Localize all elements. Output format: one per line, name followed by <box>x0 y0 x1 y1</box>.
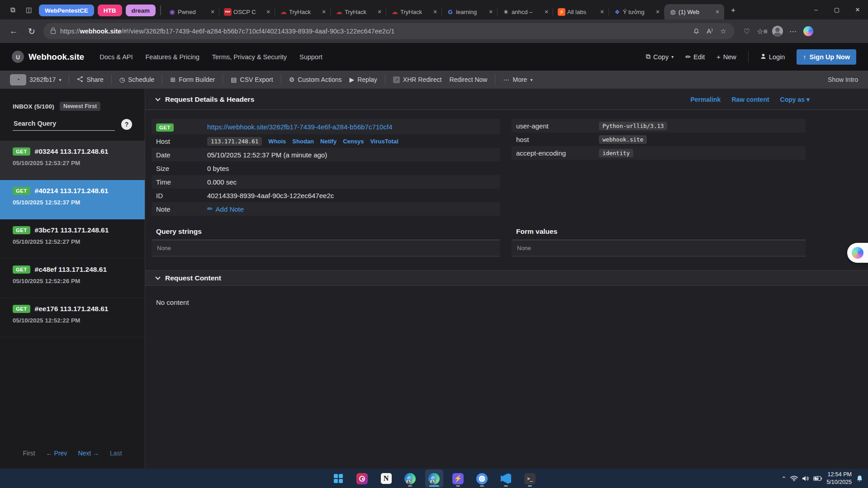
request-list-item[interactable]: GET #ee176 113.171.248.61 05/10/2025 12:… <box>0 298 145 337</box>
window-close-button[interactable]: ✕ <box>847 0 868 19</box>
tab-group-htb[interactable]: HTB <box>98 5 122 16</box>
tab-learning[interactable]: G learning ✕ <box>442 4 498 19</box>
xhr-redirect-button[interactable]: ↗XHR Redirect <box>393 76 442 83</box>
request-url-link[interactable]: https://webhook.site/3262fb17-7439-4e6f-… <box>207 123 392 131</box>
tab-close-icon[interactable]: ✕ <box>264 8 272 16</box>
request-list-item-selected[interactable]: GET #40214 113.171.248.61 05/10/2025 12:… <box>0 180 145 219</box>
custom-actions-button[interactable]: ⚙Custom Actions <box>289 76 342 83</box>
tab-tryhackme-1[interactable]: ☁ TryHack ✕ <box>275 4 331 19</box>
shodan-link[interactable]: Shodan <box>292 138 314 145</box>
nav-terms-privacy[interactable]: Terms, Privacy & Security <box>212 53 287 61</box>
tab-close-icon[interactable]: ✕ <box>713 8 721 16</box>
copy-as-dropdown[interactable]: Copy as ▾ <box>780 96 810 103</box>
workspaces-icon[interactable]: ⧉ <box>6 2 19 18</box>
collections-icon[interactable]: ☆≡ <box>754 24 770 39</box>
tab-y-tuong[interactable]: ❖ Ý tưởng ✕ <box>609 4 664 19</box>
tab-close-icon[interactable]: ✕ <box>542 8 550 16</box>
tab-close-icon[interactable]: ✕ <box>654 8 662 16</box>
whois-link[interactable]: Whois <box>268 138 286 145</box>
tab-close-icon[interactable]: ✕ <box>209 8 217 16</box>
copy-button[interactable]: ⧉Copy▾ <box>646 53 674 61</box>
sort-order-chip[interactable]: Newest First <box>60 102 100 111</box>
netify-link[interactable]: Netify <box>320 138 337 145</box>
nav-docs-api[interactable]: Docs & API <box>100 53 133 61</box>
taskbar-clock[interactable]: 12:54 PM 5/10/2025 <box>826 471 852 486</box>
raw-content-link[interactable]: Raw content <box>731 96 769 103</box>
tab-close-icon[interactable]: ✕ <box>431 8 439 16</box>
tab-close-icon[interactable]: ✕ <box>375 8 384 16</box>
nav-support[interactable]: Support <box>299 53 323 61</box>
pagination-last[interactable]: Last <box>110 450 122 457</box>
tab-tryhackme-2[interactable]: ☁ TryHack ✕ <box>331 4 386 19</box>
nav-features-pricing[interactable]: Features & Pricing <box>146 53 199 61</box>
taskbar-edge-profile-2-active[interactable] <box>425 469 443 488</box>
notification-bell-icon[interactable] <box>689 24 703 38</box>
settings-ellipsis-icon[interactable]: ⋯ <box>785 24 801 39</box>
tab-all-labs[interactable]: ⚡ All labs ✕ <box>553 4 609 19</box>
start-button[interactable] <box>329 469 347 488</box>
taskbar-offsec-app[interactable] <box>353 469 371 488</box>
add-note-link[interactable]: ✏Add Note <box>207 205 244 213</box>
window-maximize-button[interactable]: ▢ <box>826 0 847 19</box>
tab-pwned[interactable]: ◉ Pwned ✕ <box>164 4 219 19</box>
schedule-button[interactable]: ◷Schedule <box>119 76 155 83</box>
profile-avatar[interactable] <box>770 24 785 39</box>
pagination-next[interactable]: Next → <box>78 450 99 457</box>
censys-link[interactable]: Censys <box>343 138 364 145</box>
tab-close-icon[interactable]: ✕ <box>598 8 606 16</box>
copilot-icon[interactable] <box>801 24 816 39</box>
virustotal-link[interactable]: VirusTotal <box>370 138 398 145</box>
site-brand[interactable]: ∪ Webhook.site <box>12 51 84 63</box>
request-list-item[interactable]: GET #c48ef 113.171.248.61 05/10/2025 12:… <box>0 259 145 298</box>
url-input[interactable]: https://webhook.site/#!/view/3262fb17-74… <box>43 23 735 39</box>
back-icon[interactable]: ← <box>6 24 21 39</box>
pagination-prev[interactable]: ← Prev <box>46 450 67 457</box>
tab-group-dream[interactable]: dream <box>126 5 156 16</box>
wifi-icon[interactable] <box>790 475 798 482</box>
replay-button[interactable]: ▶Replay <box>349 76 377 83</box>
tab-actions-icon[interactable]: ◫ <box>22 2 36 18</box>
copilot-sidebar-launcher[interactable] <box>847 243 868 263</box>
taskbar-terminal-app[interactable]: >_ <box>521 469 539 488</box>
search-query-input[interactable] <box>13 118 115 131</box>
tab-anhcd[interactable]: ✳ anhcd – ✕ <box>498 4 553 19</box>
csv-export-button[interactable]: ▤CSV Export <box>231 76 273 83</box>
tab-close-icon[interactable]: ✕ <box>320 8 328 16</box>
token-dropdown[interactable]: ◔ 3262fb17▾ <box>10 74 61 85</box>
browser-essentials-icon[interactable]: ♡ <box>739 24 754 39</box>
login-button[interactable]: Login <box>760 53 785 61</box>
redirect-now-button[interactable]: Redirect Now <box>449 76 487 83</box>
tab-close-icon[interactable]: ✕ <box>487 8 495 16</box>
show-intro-link[interactable]: Show Intro <box>828 76 858 83</box>
share-button[interactable]: Share <box>77 76 103 84</box>
request-list-item[interactable]: GET #3bc71 113.171.248.61 05/10/2025 12:… <box>0 219 145 259</box>
details-section-header[interactable]: Request Details & Headers Permalink Raw … <box>145 89 868 110</box>
battery-icon[interactable] <box>813 476 822 481</box>
form-builder-button[interactable]: ⊞Form Builder <box>170 76 215 83</box>
tray-chevron-up-icon[interactable]: ⌃ <box>781 475 786 482</box>
taskbar-edge-profile-1[interactable] <box>401 469 419 488</box>
taskbar-notion-app[interactable]: N <box>377 469 395 488</box>
new-tab-button[interactable]: + <box>727 4 740 17</box>
more-dropdown[interactable]: ⋯More▾ <box>503 76 532 83</box>
window-minimize-button[interactable]: – <box>806 0 826 19</box>
pagination-first[interactable]: First <box>23 450 35 457</box>
tab-oscp[interactable]: PDF OSCP C ✕ <box>219 4 275 19</box>
notification-bell-icon[interactable] <box>856 475 863 483</box>
sign-up-now-button[interactable]: ↑Sign Up Now <box>797 49 856 65</box>
new-button[interactable]: +New <box>716 53 736 61</box>
tab-group-webpentest[interactable]: WebPentestCE <box>39 5 94 16</box>
refresh-icon[interactable]: ↻ <box>24 24 39 39</box>
permalink-link[interactable]: Permalink <box>690 96 721 103</box>
search-help-icon[interactable]: ? <box>121 119 132 130</box>
request-list-item[interactable]: GET #03244 113.171.248.61 05/10/2025 12:… <box>0 141 145 180</box>
taskbar-vscode-app[interactable] <box>497 469 515 488</box>
tab-tryhackme-3[interactable]: ☁ TryHack ✕ <box>386 4 442 19</box>
taskbar-lightning-app[interactable]: ⚡ <box>449 469 467 488</box>
volume-icon[interactable] <box>802 475 809 482</box>
favorite-star-icon[interactable]: ☆ <box>716 24 730 38</box>
edit-button[interactable]: ✏Edit <box>685 53 705 61</box>
request-content-section-header[interactable]: Request Content <box>145 270 868 286</box>
taskbar-chromium-app[interactable] <box>473 469 491 488</box>
tab-webhook-active[interactable]: ◍ (1) Web ✕ <box>664 4 724 19</box>
